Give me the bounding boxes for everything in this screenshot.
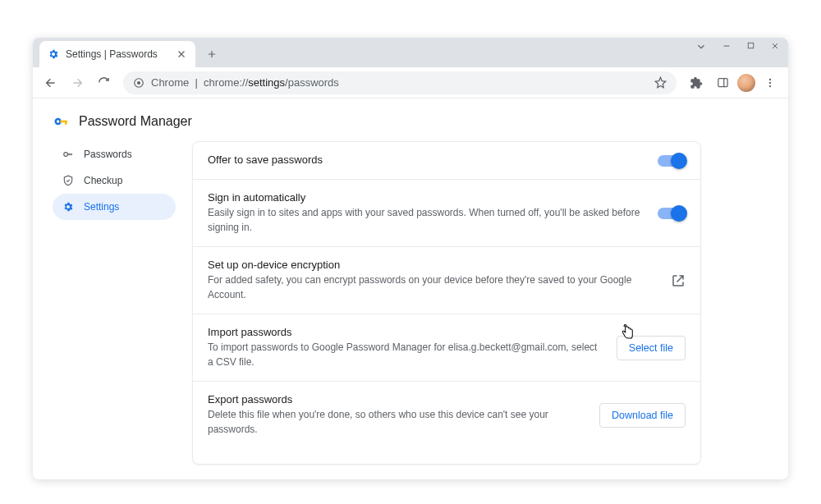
window-controls xyxy=(695,41,780,53)
sidebar-item-passwords[interactable]: Passwords xyxy=(53,141,176,167)
plus-icon xyxy=(206,48,218,60)
page-content: Password Manager Passwords Checkup Setti… xyxy=(33,99,788,479)
forward-button[interactable] xyxy=(66,71,89,94)
row-title: Set up on-device encryption xyxy=(208,259,658,271)
password-manager-header: Password Manager xyxy=(53,113,768,130)
tab-title: Settings | Passwords xyxy=(66,48,169,60)
svg-point-1 xyxy=(137,80,140,84)
row-subtitle: For added safety, you can encrypt passwo… xyxy=(208,273,658,302)
sidebar-item-label: Settings xyxy=(84,201,119,213)
row-title: Export passwords xyxy=(208,393,586,405)
row-title: Offer to save passwords xyxy=(208,153,644,166)
arrow-left-icon xyxy=(44,76,57,89)
address-bar[interactable]: Chrome | chrome://settings/passwords xyxy=(123,71,677,94)
row-auto-signin: Sign in automatically Easily sign in to … xyxy=(193,180,700,247)
minimize-icon[interactable] xyxy=(722,41,732,51)
toggle-offer-save[interactable] xyxy=(658,155,686,167)
tab-strip: Settings | Passwords xyxy=(33,38,788,67)
arrow-right-icon xyxy=(71,76,84,89)
select-file-button[interactable]: Select file xyxy=(617,336,686,360)
row-offer-save: Offer to save passwords xyxy=(193,142,700,180)
bookmark-star-icon[interactable] xyxy=(654,76,667,89)
profile-avatar[interactable] xyxy=(737,74,755,92)
key-icon xyxy=(62,149,74,160)
sidebar-item-settings[interactable]: Settings xyxy=(53,194,176,220)
svg-rect-11 xyxy=(748,43,753,48)
svg-rect-2 xyxy=(718,79,727,87)
shield-check-icon xyxy=(62,175,74,186)
extensions-button[interactable] xyxy=(685,71,708,94)
svg-rect-9 xyxy=(65,121,67,125)
menu-button[interactable] xyxy=(759,71,782,94)
svg-point-3 xyxy=(769,78,771,80)
settings-panel: Offer to save passwords Sign in automati… xyxy=(192,141,701,465)
puzzle-icon xyxy=(690,76,703,89)
side-panel-button[interactable] xyxy=(711,71,734,94)
back-button[interactable] xyxy=(39,71,62,94)
sidebar: Passwords Checkup Settings xyxy=(53,141,176,465)
row-import: Import passwords To import passwords to … xyxy=(193,314,700,382)
maximize-icon[interactable] xyxy=(746,41,755,50)
svg-point-5 xyxy=(769,85,771,86)
sidebar-item-label: Checkup xyxy=(84,175,122,186)
reload-icon xyxy=(98,76,110,89)
new-tab-button[interactable] xyxy=(200,43,223,66)
gear-icon xyxy=(62,201,74,213)
close-window-icon[interactable] xyxy=(770,41,780,51)
row-subtitle: Delete this file when you're done, so ot… xyxy=(208,407,586,437)
close-icon[interactable] xyxy=(176,48,187,60)
toolbar: Chrome | chrome://settings/passwords xyxy=(33,67,788,99)
reload-button[interactable] xyxy=(92,71,115,94)
row-subtitle: To import passwords to Google Password M… xyxy=(208,340,603,369)
password-manager-logo-icon xyxy=(53,113,69,130)
toggle-auto-signin[interactable] xyxy=(658,208,686,219)
browser-window: Settings | Passwords Chrome | chrome://s… xyxy=(33,38,788,479)
tab-settings-passwords[interactable]: Settings | Passwords xyxy=(39,41,195,67)
sidebar-item-label: Passwords xyxy=(84,149,132,160)
chevron-down-icon[interactable] xyxy=(695,41,707,53)
row-title: Import passwords xyxy=(208,326,603,338)
sidebar-item-checkup[interactable]: Checkup xyxy=(53,167,176,194)
svg-point-10 xyxy=(64,153,68,157)
open-external-icon xyxy=(671,273,686,288)
row-encryption[interactable]: Set up on-device encryption For added sa… xyxy=(193,247,700,314)
url-text: Chrome | chrome://settings/passwords xyxy=(151,76,339,89)
chrome-page-icon xyxy=(133,77,144,89)
row-export: Export passwords Delete this file when y… xyxy=(193,382,700,448)
gear-icon xyxy=(48,48,59,60)
download-file-button[interactable]: Download file xyxy=(599,403,686,428)
row-subtitle: Easily sign in to sites and apps with yo… xyxy=(208,205,644,235)
panel-icon xyxy=(717,76,729,89)
svg-point-4 xyxy=(769,81,771,83)
kebab-icon xyxy=(764,77,776,89)
page-title: Password Manager xyxy=(79,114,192,129)
svg-point-7 xyxy=(57,120,59,122)
row-title: Sign in automatically xyxy=(208,191,644,204)
